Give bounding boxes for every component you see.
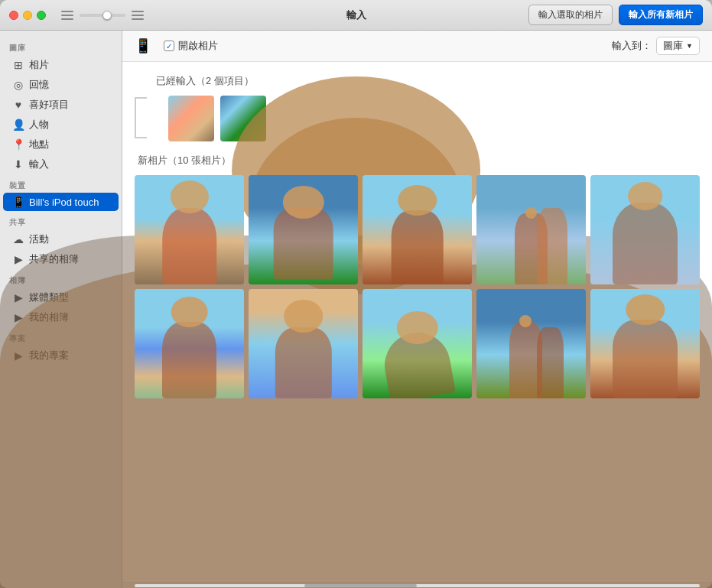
- sidebar-item-people[interactable]: 👤 人物: [3, 115, 119, 135]
- main-window: 輸入 輸入選取的相片 輸入所有新相片 圖庫 ⊞ 相片 ◎ 回憶 ♥ 喜好項目 �: [0, 0, 712, 588]
- people-icon: 👤: [12, 119, 24, 131]
- sidebar-item-photos[interactable]: ⊞ 相片: [3, 55, 119, 75]
- bracket-decoration: [135, 97, 147, 138]
- places-icon: 📍: [12, 138, 24, 151]
- new-photos-section: 新相片（10 張相片）: [135, 154, 700, 398]
- sidebar-label-memories: 回憶: [29, 78, 49, 92]
- view-toggle-icon[interactable]: [132, 11, 144, 20]
- new-photo-3[interactable]: [363, 175, 472, 284]
- maximize-button[interactable]: [37, 11, 46, 20]
- destination-value: 圖庫: [663, 39, 683, 53]
- sidebar-label-ipod: Bill's iPod touch: [29, 197, 99, 208]
- close-button[interactable]: [9, 11, 18, 20]
- grid-icon: ⊞: [12, 59, 24, 71]
- minimize-button[interactable]: [23, 11, 32, 20]
- sidebar-label-activity: 活動: [29, 232, 49, 246]
- new-photo-8[interactable]: [363, 289, 472, 398]
- open-photos-checkbox[interactable]: ✓: [164, 41, 174, 51]
- scrollbar-track: [135, 584, 700, 587]
- already-imported-grid: [168, 96, 266, 141]
- import-all-button[interactable]: 輸入所有新相片: [619, 5, 703, 25]
- main-layout: 圖庫 ⊞ 相片 ◎ 回憶 ♥ 喜好項目 👤 人物 📍 地點 ⬇: [0, 31, 712, 588]
- import-content: 已經輸入（2 個項目）: [122, 62, 712, 582]
- memories-icon: ◎: [12, 79, 24, 91]
- destination-dropdown[interactable]: 圖庫 ▼: [656, 37, 700, 55]
- new-photo-7[interactable]: [249, 289, 358, 398]
- import-toolbar: 📱 ✓ 開啟相片 輸入到： 圖庫 ▼: [122, 31, 712, 62]
- window-title: 輸入: [346, 8, 366, 22]
- new-photo-4[interactable]: [476, 175, 586, 284]
- new-photo-6[interactable]: [135, 289, 244, 398]
- heart-icon: ♥: [12, 99, 24, 111]
- open-photos-label: 開啟相片: [178, 39, 218, 53]
- chevron-down-icon: ▼: [686, 42, 693, 50]
- import-icon: ⬇: [12, 158, 24, 171]
- scrollbar-thumb: [304, 584, 418, 587]
- already-imported-photo-1[interactable]: [168, 96, 214, 141]
- sidebar-section-devices: 裝置: [0, 174, 122, 193]
- sidebar-item-ipod[interactable]: 📱 Bill's iPod touch: [3, 193, 119, 211]
- activity-icon: ☁: [12, 233, 24, 245]
- new-photo-1[interactable]: [135, 175, 244, 284]
- already-imported-header: 已經輸入（2 個項目）: [153, 74, 266, 88]
- sidebar-label-people: 人物: [29, 118, 49, 132]
- new-photo-10[interactable]: [590, 289, 700, 398]
- ipod-icon: 📱: [12, 196, 24, 208]
- open-photos-option[interactable]: ✓ 開啟相片: [164, 39, 218, 53]
- import-destination: 輸入到： 圖庫 ▼: [612, 37, 700, 55]
- sidebar-label-favorites: 喜好項目: [29, 98, 69, 112]
- sidebar-item-memories[interactable]: ◎ 回憶: [3, 75, 119, 95]
- sidebar-label-import: 輸入: [29, 158, 49, 171]
- titlebar: 輸入 輸入選取的相片 輸入所有新相片: [0, 0, 712, 31]
- sidebar-item-favorites[interactable]: ♥ 喜好項目: [3, 95, 119, 115]
- sidebar-toggle-icon[interactable]: [61, 11, 73, 20]
- import-selected-button[interactable]: 輸入選取的相片: [528, 5, 613, 25]
- device-small-icon: 📱: [135, 37, 151, 54]
- import-to-label: 輸入到：: [612, 39, 652, 53]
- already-imported-content: 已經輸入（2 個項目）: [153, 74, 266, 141]
- already-imported-photo-2[interactable]: [220, 96, 266, 141]
- sidebar-label-photos: 相片: [29, 58, 49, 72]
- already-imported-wrapper: 已經輸入（2 個項目）: [135, 74, 700, 141]
- new-photo-5[interactable]: [590, 175, 700, 284]
- new-photo-2[interactable]: [249, 175, 358, 284]
- zoom-slider[interactable]: [80, 14, 125, 17]
- sidebar-item-import[interactable]: ⬇ 輸入: [3, 154, 119, 174]
- traffic-lights: [9, 11, 46, 20]
- content-area: 📱 ✓ 開啟相片 輸入到： 圖庫 ▼: [122, 31, 712, 588]
- shared-albums-icon: ▶: [12, 253, 24, 265]
- sidebar-section-shared: 共享: [0, 211, 122, 229]
- sidebar-item-places[interactable]: 📍 地點: [3, 135, 119, 154]
- titlebar-action-buttons: 輸入選取的相片 輸入所有新相片: [528, 5, 703, 25]
- sidebar-label-places: 地點: [29, 138, 49, 151]
- already-imported-section: 已經輸入（2 個項目）: [135, 74, 700, 141]
- new-photo-9[interactable]: [476, 289, 586, 398]
- sidebar-section-library: 圖庫: [0, 37, 122, 55]
